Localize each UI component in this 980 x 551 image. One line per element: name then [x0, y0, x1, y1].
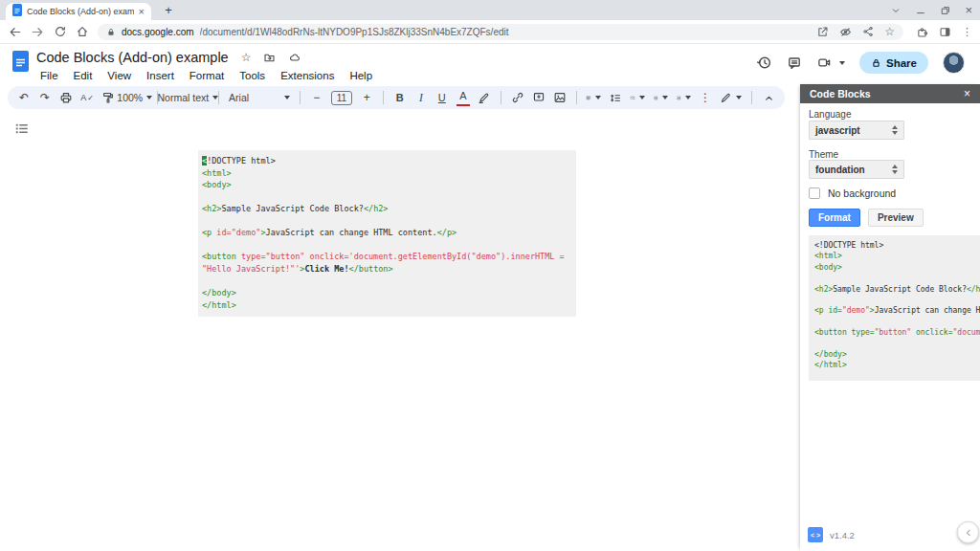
home-icon[interactable] — [76, 25, 89, 38]
chevron-down-icon — [146, 96, 152, 99]
menu-file[interactable]: File — [34, 69, 64, 82]
zoom-select[interactable]: 100% — [122, 89, 147, 106]
meet-camera-icon[interactable] — [816, 55, 833, 70]
browser-menu-dots-icon[interactable]: ⋮ — [962, 26, 972, 38]
docs-file-icon[interactable] — [12, 51, 29, 76]
back-icon[interactable] — [8, 25, 22, 39]
insert-link-icon[interactable] — [511, 89, 524, 106]
underline-button[interactable]: U — [435, 89, 449, 106]
document-status-cloud-icon[interactable] — [288, 52, 301, 64]
code-line — [814, 317, 980, 327]
align-select[interactable] — [586, 89, 601, 106]
chevron-down-icon — [595, 96, 601, 99]
no-background-checkbox[interactable] — [809, 187, 820, 199]
menu-tools[interactable]: Tools — [234, 69, 271, 82]
increase-font-size-button[interactable]: + — [360, 89, 373, 106]
restore-window-icon[interactable] — [940, 5, 951, 16]
decrease-font-size-button[interactable]: − — [310, 89, 323, 106]
forward-icon[interactable] — [31, 25, 45, 39]
menu-view[interactable]: View — [101, 69, 137, 82]
account-avatar[interactable] — [943, 52, 965, 74]
share-icon[interactable] — [862, 26, 874, 37]
highlight-color-icon[interactable] — [478, 89, 491, 106]
new-tab-button[interactable]: + — [161, 2, 176, 17]
code-line: </html> — [202, 299, 572, 312]
star-document-icon[interactable]: ☆ — [241, 52, 252, 63]
collapse-menus-icon[interactable] — [762, 89, 775, 106]
document-code-block[interactable]: <!DOCTYPE html><html><body> <h2>Sample J… — [198, 150, 576, 317]
bold-button[interactable]: B — [393, 89, 407, 106]
bookmark-star-icon[interactable]: ☆ — [884, 26, 895, 37]
code-line: <!DOCTYPE html> — [202, 155, 572, 167]
italic-button[interactable]: I — [414, 89, 428, 106]
preview-button[interactable]: Preview — [868, 209, 924, 227]
spelling-check-icon[interactable]: A✓ — [80, 89, 94, 106]
code-line: </body> — [202, 287, 572, 299]
insert-image-icon[interactable] — [553, 89, 567, 106]
collapse-sidebar-button[interactable] — [957, 521, 979, 543]
url-domain: docs.google.com — [122, 27, 194, 37]
tab-search-chevron-icon[interactable] — [890, 5, 902, 16]
code-line — [202, 239, 572, 252]
comments-icon[interactable] — [787, 55, 802, 71]
code-line: </body> — [814, 349, 980, 360]
menu-insert[interactable]: Insert — [141, 69, 180, 82]
format-button[interactable]: Format — [809, 209, 860, 227]
code-line: <html> — [814, 251, 980, 261]
extensions-puzzle-icon[interactable] — [916, 26, 928, 38]
side-panel-icon[interactable] — [939, 26, 951, 38]
bulleted-list-select[interactable] — [653, 89, 668, 106]
language-select[interactable]: javascript — [809, 121, 904, 140]
checklist-select[interactable] — [630, 89, 645, 106]
select-arrows-icon — [892, 125, 898, 135]
move-to-folder-icon[interactable] — [263, 52, 276, 64]
line-spacing-icon[interactable] — [609, 89, 622, 106]
editing-mode-select[interactable] — [720, 89, 742, 106]
chevron-down-icon — [736, 96, 742, 99]
chevron-down-icon — [662, 96, 668, 99]
redo-icon[interactable]: ↷ — [38, 89, 52, 106]
reload-icon[interactable] — [54, 25, 67, 38]
add-comment-icon[interactable] — [532, 89, 546, 106]
text-color-button[interactable]: A — [457, 89, 470, 106]
more-options-icon[interactable]: ⋮ — [699, 89, 712, 106]
menu-edit[interactable]: Edit — [68, 69, 99, 82]
browser-tab[interactable]: Code Blocks (Add-on) example - × — [6, 3, 151, 20]
code-line: <!DOCTYPE html> — [814, 240, 980, 251]
tab-close-icon[interactable]: × — [139, 7, 145, 17]
theme-select[interactable]: foundation — [809, 160, 904, 179]
url-input[interactable]: docs.google.com /document/d/1Wl48odRrNs-… — [98, 24, 903, 40]
chevron-down-icon — [685, 96, 691, 99]
menu-extensions[interactable]: Extensions — [275, 69, 340, 82]
code-line: <html> — [202, 167, 572, 180]
print-icon[interactable] — [59, 89, 73, 106]
sidebar-code-preview: <!DOCTYPE html><html><body> <h2>Sample J… — [809, 235, 980, 381]
chevron-down-icon — [639, 96, 645, 99]
code-line: <h2>Sample JavaScript Code Block?</h2> — [814, 284, 980, 295]
paint-format-icon[interactable] — [101, 89, 115, 106]
preview-eye-off-icon[interactable] — [839, 26, 852, 38]
close-window-icon[interactable]: × — [965, 3, 972, 17]
minimize-window-icon[interactable] — [915, 5, 926, 16]
numbered-list-select[interactable]: 12 — [676, 89, 691, 106]
version-history-icon[interactable] — [756, 55, 772, 71]
code-line — [202, 191, 572, 204]
paragraph-style-select[interactable]: Normal text — [167, 89, 209, 106]
meet-dropdown-icon[interactable] — [839, 61, 845, 65]
menu-help[interactable]: Help — [344, 69, 378, 82]
menu-bar: FileEditViewInsertFormatToolsExtensionsH… — [34, 69, 378, 82]
addon-version: v1.4.2 — [830, 530, 855, 540]
document-title[interactable]: Code Blocks (Add-on) example — [36, 50, 229, 65]
code-line — [202, 275, 572, 287]
font-size-input[interactable]: 11 — [331, 91, 352, 105]
undo-icon[interactable]: ↶ — [17, 89, 31, 106]
document-outline-icon[interactable] — [13, 121, 30, 137]
font-select[interactable]: Arial — [229, 89, 290, 106]
code-line: "Hello JavaScript!"'>Click Me!</button> — [202, 263, 572, 276]
menu-format[interactable]: Format — [184, 69, 230, 82]
theme-label: Theme — [809, 149, 838, 160]
open-in-new-icon[interactable] — [816, 26, 829, 38]
sidebar-close-icon[interactable]: × — [964, 88, 970, 99]
svg-text:1: 1 — [677, 95, 679, 97]
share-button[interactable]: Share — [859, 52, 928, 74]
